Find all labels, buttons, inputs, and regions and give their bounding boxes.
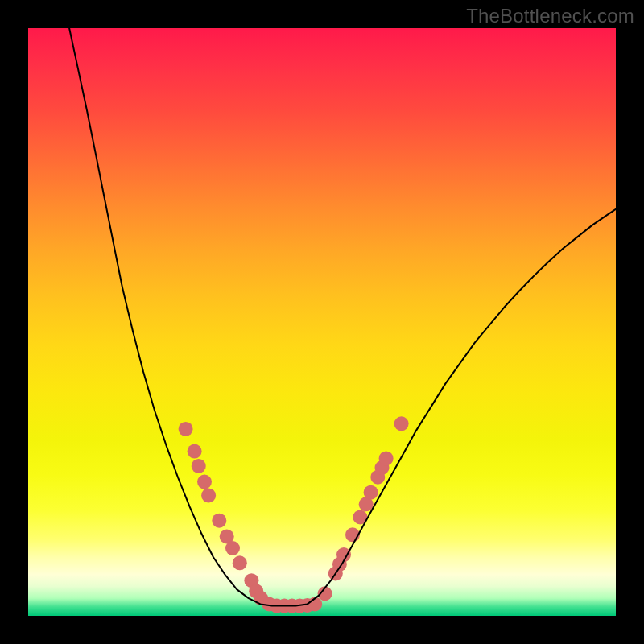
watermark-label: TheBottleneck.com: [466, 5, 634, 27]
curve-layer: [28, 28, 616, 616]
chart-plot-area: [28, 28, 616, 616]
bottleneck-curve: [69, 28, 616, 606]
